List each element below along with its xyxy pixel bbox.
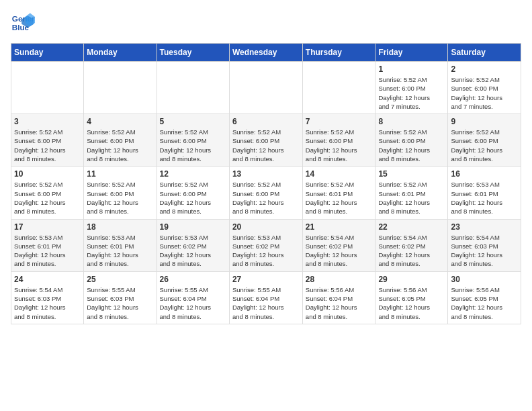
day-info: Sunrise: 5:54 AM Sunset: 6:02 PM Dayligh… [378, 233, 445, 269]
calendar-header-row: SundayMondayTuesdayWednesdayThursdayFrid… [11, 44, 521, 62]
calendar-cell: 13Sunrise: 5:52 AM Sunset: 6:00 PM Dayli… [229, 167, 302, 219]
calendar-cell: 16Sunrise: 5:53 AM Sunset: 6:01 PM Dayli… [448, 167, 521, 219]
day-info: Sunrise: 5:52 AM Sunset: 6:00 PM Dayligh… [232, 180, 300, 216]
calendar-cell [229, 62, 302, 114]
day-info: Sunrise: 5:53 AM Sunset: 6:02 PM Dayligh… [160, 233, 226, 269]
calendar-week-3: 10Sunrise: 5:52 AM Sunset: 6:00 PM Dayli… [11, 167, 521, 219]
day-number: 15 [378, 169, 445, 179]
day-number: 4 [87, 117, 153, 126]
calendar-cell: 4Sunrise: 5:52 AM Sunset: 6:00 PM Daylig… [84, 114, 157, 167]
day-number: 11 [87, 169, 153, 179]
day-number: 20 [232, 222, 300, 232]
calendar-header-saturday: Saturday [448, 44, 521, 62]
calendar-cell: 5Sunrise: 5:52 AM Sunset: 6:00 PM Daylig… [157, 114, 229, 167]
day-number: 16 [451, 169, 518, 179]
day-number: 18 [87, 222, 153, 232]
logo-icon: General Blue [11, 11, 35, 35]
header: General Blue [11, 11, 521, 35]
day-info: Sunrise: 5:52 AM Sunset: 6:00 PM Dayligh… [14, 180, 81, 216]
calendar-header-monday: Monday [84, 44, 157, 62]
calendar-cell: 2Sunrise: 5:52 AM Sunset: 6:00 PM Daylig… [448, 62, 521, 114]
calendar-cell: 30Sunrise: 5:56 AM Sunset: 6:05 PM Dayli… [448, 271, 521, 324]
day-number: 1 [378, 64, 445, 74]
calendar-cell: 22Sunrise: 5:54 AM Sunset: 6:02 PM Dayli… [375, 219, 448, 271]
calendar-cell: 27Sunrise: 5:55 AM Sunset: 6:04 PM Dayli… [229, 271, 302, 324]
calendar-header-sunday: Sunday [11, 44, 84, 62]
calendar-cell: 23Sunrise: 5:54 AM Sunset: 6:03 PM Dayli… [448, 219, 521, 271]
day-info: Sunrise: 5:54 AM Sunset: 6:02 PM Dayligh… [306, 233, 373, 269]
day-info: Sunrise: 5:52 AM Sunset: 6:00 PM Dayligh… [87, 128, 153, 163]
day-info: Sunrise: 5:55 AM Sunset: 6:03 PM Dayligh… [87, 285, 153, 321]
calendar-cell: 3Sunrise: 5:52 AM Sunset: 6:00 PM Daylig… [11, 114, 84, 167]
calendar-cell: 29Sunrise: 5:56 AM Sunset: 6:05 PM Dayli… [375, 271, 448, 324]
calendar-week-1: 1Sunrise: 5:52 AM Sunset: 6:00 PM Daylig… [11, 62, 521, 114]
day-info: Sunrise: 5:56 AM Sunset: 6:05 PM Dayligh… [378, 285, 445, 321]
day-number: 29 [378, 275, 445, 284]
calendar-cell: 28Sunrise: 5:56 AM Sunset: 6:04 PM Dayli… [302, 271, 375, 324]
day-number: 21 [306, 222, 373, 232]
day-info: Sunrise: 5:55 AM Sunset: 6:04 PM Dayligh… [232, 285, 300, 321]
day-number: 27 [232, 275, 300, 284]
day-number: 10 [14, 169, 81, 179]
day-info: Sunrise: 5:52 AM Sunset: 6:00 PM Dayligh… [87, 180, 153, 216]
day-info: Sunrise: 5:53 AM Sunset: 6:01 PM Dayligh… [451, 180, 518, 216]
day-number: 19 [160, 222, 226, 232]
calendar-cell: 9Sunrise: 5:52 AM Sunset: 6:00 PM Daylig… [448, 114, 521, 167]
day-number: 6 [232, 117, 300, 126]
calendar-cell [157, 62, 229, 114]
day-info: Sunrise: 5:55 AM Sunset: 6:04 PM Dayligh… [160, 285, 226, 321]
day-number: 7 [306, 117, 373, 126]
calendar-cell: 19Sunrise: 5:53 AM Sunset: 6:02 PM Dayli… [157, 219, 229, 271]
logo: General Blue [11, 11, 35, 35]
calendar-cell: 6Sunrise: 5:52 AM Sunset: 6:00 PM Daylig… [229, 114, 302, 167]
calendar-week-2: 3Sunrise: 5:52 AM Sunset: 6:00 PM Daylig… [11, 114, 521, 167]
calendar-cell [302, 62, 375, 114]
calendar-cell: 14Sunrise: 5:52 AM Sunset: 6:01 PM Dayli… [302, 167, 375, 219]
day-number: 26 [160, 275, 226, 284]
day-info: Sunrise: 5:56 AM Sunset: 6:05 PM Dayligh… [451, 285, 518, 321]
calendar-cell: 1Sunrise: 5:52 AM Sunset: 6:00 PM Daylig… [375, 62, 448, 114]
calendar-cell: 15Sunrise: 5:52 AM Sunset: 6:01 PM Dayli… [375, 167, 448, 219]
day-number: 30 [451, 275, 518, 284]
calendar-cell: 12Sunrise: 5:52 AM Sunset: 6:00 PM Dayli… [157, 167, 229, 219]
calendar-cell: 18Sunrise: 5:53 AM Sunset: 6:01 PM Dayli… [84, 219, 157, 271]
day-number: 9 [451, 117, 518, 126]
day-info: Sunrise: 5:52 AM Sunset: 6:00 PM Dayligh… [306, 128, 373, 163]
day-info: Sunrise: 5:53 AM Sunset: 6:02 PM Dayligh… [232, 233, 300, 269]
day-number: 13 [232, 169, 300, 179]
day-number: 24 [14, 275, 81, 284]
calendar-week-4: 17Sunrise: 5:53 AM Sunset: 6:01 PM Dayli… [11, 219, 521, 271]
day-number: 8 [378, 117, 445, 126]
day-number: 17 [14, 222, 81, 232]
day-info: Sunrise: 5:52 AM Sunset: 6:00 PM Dayligh… [14, 128, 81, 163]
calendar-cell: 26Sunrise: 5:55 AM Sunset: 6:04 PM Dayli… [157, 271, 229, 324]
day-info: Sunrise: 5:54 AM Sunset: 6:03 PM Dayligh… [14, 285, 81, 321]
day-number: 2 [451, 64, 518, 74]
day-info: Sunrise: 5:52 AM Sunset: 6:00 PM Dayligh… [232, 128, 300, 163]
day-info: Sunrise: 5:54 AM Sunset: 6:03 PM Dayligh… [451, 233, 518, 269]
day-number: 12 [160, 169, 226, 179]
day-info: Sunrise: 5:52 AM Sunset: 6:01 PM Dayligh… [378, 180, 445, 216]
day-info: Sunrise: 5:56 AM Sunset: 6:04 PM Dayligh… [306, 285, 373, 321]
day-info: Sunrise: 5:52 AM Sunset: 6:00 PM Dayligh… [160, 128, 226, 163]
calendar-cell: 7Sunrise: 5:52 AM Sunset: 6:00 PM Daylig… [302, 114, 375, 167]
day-info: Sunrise: 5:53 AM Sunset: 6:01 PM Dayligh… [14, 233, 81, 269]
day-info: Sunrise: 5:52 AM Sunset: 6:01 PM Dayligh… [306, 180, 373, 216]
calendar-cell: 24Sunrise: 5:54 AM Sunset: 6:03 PM Dayli… [11, 271, 84, 324]
calendar-table: SundayMondayTuesdayWednesdayThursdayFrid… [11, 43, 521, 324]
calendar-cell: 20Sunrise: 5:53 AM Sunset: 6:02 PM Dayli… [229, 219, 302, 271]
day-number: 22 [378, 222, 445, 232]
day-number: 14 [306, 169, 373, 179]
day-info: Sunrise: 5:53 AM Sunset: 6:01 PM Dayligh… [87, 233, 153, 269]
calendar-cell [11, 62, 84, 114]
calendar-cell: 11Sunrise: 5:52 AM Sunset: 6:00 PM Dayli… [84, 167, 157, 219]
calendar-cell: 21Sunrise: 5:54 AM Sunset: 6:02 PM Dayli… [302, 219, 375, 271]
calendar-header-thursday: Thursday [302, 44, 375, 62]
calendar-header-wednesday: Wednesday [229, 44, 302, 62]
calendar-header-friday: Friday [375, 44, 448, 62]
calendar-header-tuesday: Tuesday [157, 44, 229, 62]
calendar-cell: 25Sunrise: 5:55 AM Sunset: 6:03 PM Dayli… [84, 271, 157, 324]
day-info: Sunrise: 5:52 AM Sunset: 6:00 PM Dayligh… [378, 75, 445, 111]
day-number: 25 [87, 275, 153, 284]
calendar-week-5: 24Sunrise: 5:54 AM Sunset: 6:03 PM Dayli… [11, 271, 521, 324]
